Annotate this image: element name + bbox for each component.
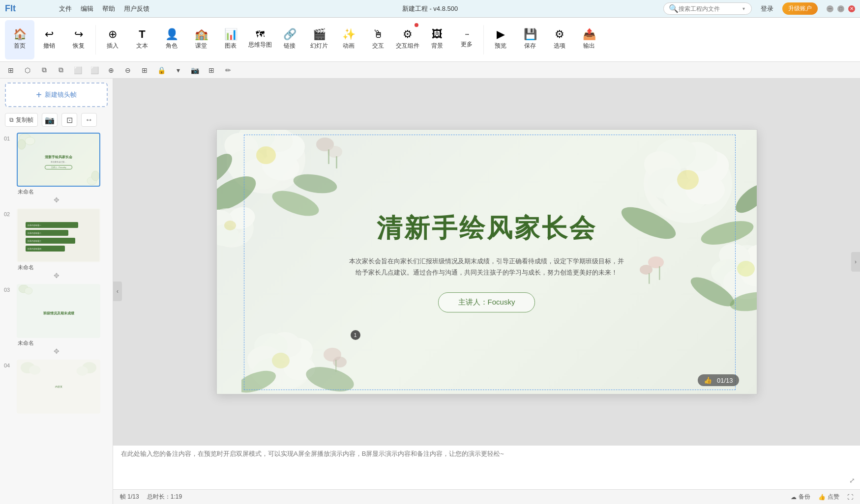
layers-tool[interactable]: ⊞ <box>205 63 218 77</box>
shape-tool[interactable]: ⬡ <box>21 63 34 77</box>
collapse-panel-button[interactable]: ‹ <box>113 281 122 301</box>
slide-item-03[interactable]: 03 班级情况及期末成绩 未命名 <box>0 282 113 349</box>
minimize-button[interactable]: ─ <box>827 5 833 12</box>
search-box[interactable]: 🔍 ▾ <box>663 2 752 15</box>
slide-item-04[interactable]: 04 内容页 <box>0 358 113 417</box>
text-icon: T <box>139 29 145 40</box>
slide-thumb-wrap-01: 清新手绘风家长会 本次家长会汇报... 主讲人：Focusky 未命名 <box>17 133 109 196</box>
transform-button[interactable]: ↔ <box>81 113 97 127</box>
toolbar-character[interactable]: 👤 角色 <box>157 20 186 59</box>
menu-edit[interactable]: 编辑 <box>81 4 93 13</box>
menu-file[interactable]: 文件 <box>59 4 72 13</box>
toolbar-link[interactable]: 🔗 链接 <box>275 20 304 59</box>
toolbar-divider-1 <box>95 25 96 55</box>
fullscreen-button[interactable]: ⛶ <box>847 494 853 501</box>
toolbar-more[interactable]: ··· 更多 <box>452 20 481 59</box>
login-button[interactable]: 登录 <box>757 3 777 15</box>
slide-thumb-wrap-02: 目录内容标题一 目录内容标题二 目录内容标题三 目录内容标题四 未命名 <box>17 208 109 271</box>
toolbar-preview[interactable]: ▶ 预览 <box>486 20 515 59</box>
chart-label: 图表 <box>225 42 237 50</box>
toolbar-home[interactable]: 🏠 首页 <box>5 20 34 59</box>
toolbar-interact-widget[interactable]: ⚙ 交互组件 <box>393 20 422 59</box>
zoom-out-tool[interactable]: ⊖ <box>121 63 135 77</box>
backup-button[interactable]: ☁ 备份 <box>791 493 810 501</box>
interact-widget-label: 交互组件 <box>396 42 419 50</box>
slide-thumb-01[interactable]: 清新手绘风家长会 本次家长会汇报... 主讲人：Focusky <box>17 133 100 187</box>
interact-icon: 🖱 <box>373 29 384 40</box>
slide-label-03: 未命名 <box>17 339 109 347</box>
svg-point-34 <box>224 221 236 230</box>
slide-thumb-02[interactable]: 目录内容标题一 目录内容标题二 目录内容标题三 目录内容标题四 <box>17 208 100 262</box>
presenter-button[interactable]: 主讲人：Focusky <box>438 292 535 312</box>
toolbar-interact[interactable]: 🖱 交互 <box>363 20 393 59</box>
search-input[interactable] <box>679 5 742 12</box>
frame-marker-1: 1 <box>351 330 360 340</box>
toolbar-classroom[interactable]: 🏫 课堂 <box>186 20 216 59</box>
resize-tool[interactable]: ⬜ <box>71 63 85 77</box>
resize2-tool[interactable]: ⬜ <box>88 63 101 77</box>
close-button[interactable]: ✕ <box>848 5 855 12</box>
camera-tool[interactable]: 📷 <box>188 63 202 77</box>
character-icon: 👤 <box>165 29 178 40</box>
slides-list: 01 清新手绘风家长会 <box>0 129 113 504</box>
toolbar-animation[interactable]: ✨ 动画 <box>334 20 363 59</box>
export-label: 输出 <box>583 42 595 50</box>
preview-icon: ▶ <box>497 29 505 40</box>
copy-frame-button[interactable]: ⧉ 复制帧 <box>5 113 38 127</box>
redo-icon: ↪ <box>74 29 83 40</box>
grid-tool[interactable]: ⊞ <box>138 63 151 77</box>
slide-canvas[interactable]: 1 清新手绘风家长会 本次家长会旨在向家长们汇报班级情况及期末成绩，引导正确看待… <box>113 79 860 445</box>
edit-tool[interactable]: ✏ <box>221 63 235 77</box>
menu-feedback[interactable]: 用户反馈 <box>124 4 149 13</box>
maximize-button[interactable]: □ <box>837 5 844 12</box>
snapshot-button[interactable]: 📷 <box>42 113 58 127</box>
right-collapse-button[interactable]: › <box>851 252 860 272</box>
align-tool[interactable]: ⊞ <box>4 63 18 77</box>
svg-point-71 <box>272 353 290 368</box>
toolbar-chart[interactable]: 📊 图表 <box>216 20 245 59</box>
upgrade-button[interactable]: 升级账户 <box>782 2 818 15</box>
copy-icon: ⧉ <box>9 116 14 123</box>
notes-input[interactable] <box>121 449 852 485</box>
svg-rect-60 <box>659 266 660 280</box>
new-frame-button[interactable]: + 新建镜头帧 <box>5 83 108 107</box>
mindmap-label: 思维导图 <box>248 41 272 49</box>
notes-expand-button[interactable]: ⤢ <box>849 476 855 484</box>
menu-help[interactable]: 帮助 <box>102 4 115 13</box>
dropdown-tool[interactable]: ▾ <box>171 63 185 77</box>
toolbar-mindmap[interactable]: 🗺 思维导图 <box>245 20 275 59</box>
animation-label: 动画 <box>343 42 355 50</box>
slide-thumb-04[interactable]: 内容页 <box>17 360 100 414</box>
more-icon: ··· <box>465 30 468 38</box>
copy2-tool[interactable]: ⧉ <box>54 63 68 77</box>
link-label: 链接 <box>284 42 296 50</box>
toolbar-background[interactable]: 🖼 背景 <box>422 20 452 59</box>
main-toolbar: 🏠 首页 ↩ 撤销 ↪ 恢复 ⊕ 插入 T 文本 👤 角色 🏫 课堂 📊 图表 … <box>0 18 860 62</box>
like-status-button[interactable]: 👍 点赞 <box>818 493 839 501</box>
toolbar-slideshow[interactable]: 🎬 幻灯片 <box>304 20 334 59</box>
copy-tool[interactable]: ⧉ <box>37 63 51 77</box>
thumb1-sub: 本次家长会汇报... <box>45 161 72 163</box>
svg-rect-27 <box>328 149 329 164</box>
undo-icon: ↩ <box>45 29 54 40</box>
new-frame-plus-icon: + <box>36 89 42 101</box>
toolbar-insert[interactable]: ⊕ 插入 <box>98 20 127 59</box>
toolbar-export[interactable]: 📤 输出 <box>574 20 604 59</box>
selection-button[interactable]: ⊡ <box>61 113 77 127</box>
slide-item-01[interactable]: 01 清新手绘风家长会 <box>0 131 113 197</box>
slide-label-02: 未命名 <box>17 264 109 271</box>
toolbar-text[interactable]: T 文本 <box>127 20 157 59</box>
toolbar-undo[interactable]: ↩ 撤销 <box>34 20 64 59</box>
search-dropdown-icon[interactable]: ▾ <box>742 6 745 11</box>
toolbar-save[interactable]: 💾 保存 <box>515 20 545 59</box>
toolbar-redo[interactable]: ↪ 恢复 <box>64 20 93 59</box>
background-icon: 🖼 <box>432 29 443 40</box>
interact-label: 交互 <box>372 42 384 50</box>
zoom-in-tool[interactable]: ⊕ <box>104 63 118 77</box>
lock-tool[interactable]: 🔒 <box>154 63 168 77</box>
slide-main-content: 清新手绘风家长会 本次家长会旨在向家长们汇报班级情况及期末成绩，引导正确看待成绩… <box>339 211 634 312</box>
redo-label: 恢复 <box>73 42 85 50</box>
slide-thumb-03[interactable]: 班级情况及期末成绩 <box>17 284 100 338</box>
toolbar-options[interactable]: ⚙ 选项 <box>545 20 574 59</box>
slide-item-02[interactable]: 02 目录内容标题一 目录内容标题二 目录内容标题三 目录内容标题四 未命名 <box>0 206 113 273</box>
